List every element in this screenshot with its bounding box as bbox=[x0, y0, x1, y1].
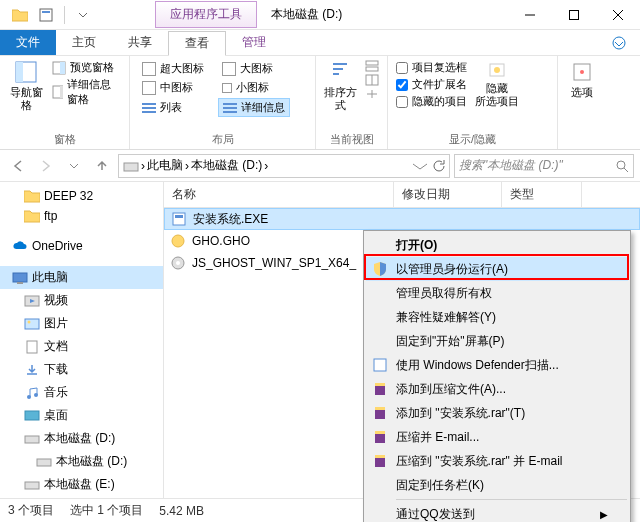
tree-desktop[interactable]: 桌面 bbox=[0, 404, 163, 427]
tab-file[interactable]: 文件 bbox=[0, 30, 56, 55]
svg-point-39 bbox=[176, 261, 180, 265]
forward-button[interactable] bbox=[34, 154, 58, 178]
menu-add-archive[interactable]: 添加到压缩文件(A)... bbox=[366, 377, 628, 401]
crumb-thispc[interactable]: 此电脑 bbox=[147, 157, 183, 174]
menu-pin-start[interactable]: 固定到"开始"屏幕(P) bbox=[366, 329, 628, 353]
columns-icon[interactable] bbox=[365, 74, 379, 86]
view-large-icons[interactable]: 大图标 bbox=[218, 60, 290, 77]
tree-documents[interactable]: 文档 bbox=[0, 335, 163, 358]
help-dropdown[interactable] bbox=[606, 30, 632, 55]
context-tab[interactable]: 应用程序工具 bbox=[155, 1, 257, 28]
tree-folder-deep32[interactable]: DEEP 32 bbox=[0, 186, 163, 206]
drive-icon bbox=[123, 159, 139, 173]
status-selected: 选中 1 个项目 bbox=[70, 502, 143, 519]
minimize-button[interactable] bbox=[508, 1, 552, 29]
tree-drive-d-sub[interactable]: 本地磁盘 (D:) bbox=[0, 450, 163, 473]
tab-home[interactable]: 主页 bbox=[56, 30, 112, 55]
column-type[interactable]: 类型 bbox=[502, 182, 582, 207]
rar-icon bbox=[372, 453, 388, 469]
preview-pane-button[interactable]: 预览窗格 bbox=[52, 60, 121, 75]
navigation-tree[interactable]: DEEP 32 ftp OneDrive 此电脑 视频 图片 文档 下载 音乐 … bbox=[0, 182, 164, 498]
menu-run-as-admin[interactable]: 以管理员身份运行(A) bbox=[366, 257, 628, 281]
tree-drive-d[interactable]: 本地磁盘 (D:) bbox=[0, 427, 163, 450]
view-small-icons[interactable]: 小图标 bbox=[218, 79, 290, 96]
view-medium-icons[interactable]: 中图标 bbox=[138, 79, 208, 96]
qat-dropdown[interactable] bbox=[71, 4, 95, 26]
svg-rect-35 bbox=[173, 213, 185, 225]
svg-rect-36 bbox=[175, 215, 183, 218]
svg-point-18 bbox=[494, 67, 500, 73]
menu-compatibility[interactable]: 兼容性疑难解答(Y) bbox=[366, 305, 628, 329]
view-details[interactable]: 详细信息 bbox=[218, 98, 290, 117]
column-name[interactable]: 名称 bbox=[164, 182, 394, 207]
shield-icon bbox=[372, 261, 388, 277]
svg-point-30 bbox=[34, 393, 38, 397]
tab-share[interactable]: 共享 bbox=[112, 30, 168, 55]
svg-rect-9 bbox=[60, 86, 63, 98]
menu-pin-taskbar[interactable]: 固定到任务栏(K) bbox=[366, 473, 628, 497]
tree-onedrive[interactable]: OneDrive bbox=[0, 236, 163, 256]
svg-rect-46 bbox=[375, 431, 385, 434]
options-button[interactable]: 选项 bbox=[566, 60, 598, 99]
tree-pictures[interactable]: 图片 bbox=[0, 312, 163, 335]
tab-view[interactable]: 查看 bbox=[168, 31, 226, 56]
group-icon[interactable] bbox=[365, 60, 379, 72]
tree-thispc[interactable]: 此电脑 bbox=[0, 266, 163, 289]
tree-music[interactable]: 音乐 bbox=[0, 381, 163, 404]
svg-rect-26 bbox=[25, 319, 39, 329]
svg-point-3 bbox=[613, 37, 625, 49]
rar-icon bbox=[372, 381, 388, 397]
file-ext-toggle[interactable]: 文件扩展名 bbox=[396, 77, 467, 92]
list-header[interactable]: 名称 修改日期 类型 bbox=[164, 182, 640, 208]
close-button[interactable] bbox=[596, 1, 640, 29]
column-date[interactable]: 修改日期 bbox=[394, 182, 502, 207]
svg-rect-44 bbox=[375, 407, 385, 410]
group-label-layout: 布局 bbox=[138, 130, 307, 147]
up-button[interactable] bbox=[90, 154, 114, 178]
view-list[interactable]: 列表 bbox=[138, 98, 208, 117]
menu-compress-email[interactable]: 压缩并 E-mail... bbox=[366, 425, 628, 449]
properties-button[interactable] bbox=[34, 4, 58, 26]
tree-downloads[interactable]: 下载 bbox=[0, 358, 163, 381]
hidden-items-toggle[interactable]: 隐藏的项目 bbox=[396, 94, 467, 109]
tree-folder-ftp[interactable]: ftp bbox=[0, 206, 163, 226]
group-label-pane: 窗格 bbox=[8, 130, 121, 147]
tab-manage[interactable]: 管理 bbox=[226, 30, 282, 55]
view-xlarge-icons[interactable]: 超大图标 bbox=[138, 60, 208, 77]
hide-selected-button[interactable]: 隐藏 所选项目 bbox=[475, 60, 519, 108]
svg-point-22 bbox=[617, 161, 625, 169]
fit-icon[interactable] bbox=[365, 88, 379, 100]
crumb-drive[interactable]: 本地磁盘 (D:) bbox=[191, 157, 262, 174]
sort-button[interactable]: 排序方式 bbox=[324, 60, 357, 112]
refresh-icon[interactable] bbox=[431, 159, 445, 173]
menu-compress-email-to[interactable]: 压缩到 "安装系统.rar" 并 E-mail bbox=[366, 449, 628, 473]
maximize-button[interactable] bbox=[552, 1, 596, 29]
menu-add-to-rar[interactable]: 添加到 "安装系统.rar"(T) bbox=[366, 401, 628, 425]
status-count: 3 个项目 bbox=[8, 502, 54, 519]
item-checkboxes-toggle[interactable]: 项目复选框 bbox=[396, 60, 467, 75]
quick-access-toolbar bbox=[0, 4, 95, 26]
list-row[interactable]: 安装系统.EXE bbox=[164, 208, 640, 230]
menu-open[interactable]: 打开(O) bbox=[366, 233, 628, 257]
svg-rect-12 bbox=[333, 73, 339, 75]
rar-icon bbox=[372, 405, 388, 421]
title-bar: 应用程序工具 本地磁盘 (D:) bbox=[0, 0, 640, 30]
menu-take-ownership[interactable]: 管理员取得所有权 bbox=[366, 281, 628, 305]
address-dropdown-icon[interactable] bbox=[413, 159, 427, 173]
svg-rect-21 bbox=[124, 163, 138, 171]
folder-icon bbox=[8, 4, 32, 26]
recent-dropdown[interactable] bbox=[62, 154, 86, 178]
details-pane-button[interactable]: 详细信息窗格 bbox=[52, 77, 121, 107]
menu-defender-scan[interactable]: 使用 Windows Defender扫描... bbox=[366, 353, 628, 377]
svg-point-29 bbox=[27, 395, 31, 399]
breadcrumb[interactable]: › 此电脑 › 本地磁盘 (D:) › bbox=[118, 154, 450, 178]
tree-drive-e[interactable]: 本地磁盘 (E:) bbox=[0, 473, 163, 496]
svg-point-20 bbox=[580, 70, 584, 74]
ribbon: 导航窗格 预览窗格 详细信息窗格 窗格 超大图标 大图标 中图标 小图标 bbox=[0, 56, 640, 150]
back-button[interactable] bbox=[6, 154, 30, 178]
tree-videos[interactable]: 视频 bbox=[0, 289, 163, 312]
menu-qq-send[interactable]: 通过QQ发送到▶ bbox=[366, 502, 628, 522]
svg-rect-0 bbox=[40, 9, 52, 21]
search-input[interactable]: 搜索"本地磁盘 (D:)" bbox=[454, 154, 634, 178]
navigation-pane-button[interactable]: 导航窗格 bbox=[8, 60, 44, 112]
